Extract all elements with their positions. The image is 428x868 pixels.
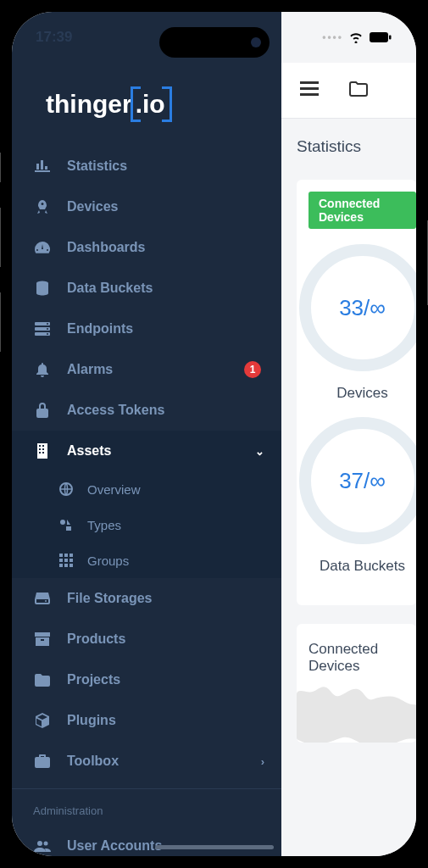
database-icon	[33, 279, 52, 298]
sidebar-item-dashboards[interactable]: Dashboards	[12, 227, 281, 268]
sidebar-item-label: User Accounts	[67, 838, 162, 854]
sidebar-item-label: Dashboards	[67, 240, 145, 255]
sidebar-subitem-overview[interactable]: Overview	[12, 471, 281, 507]
status-time: 17:39	[36, 29, 72, 46]
sidebar-item-access-tokens[interactable]: Access Tokens	[12, 390, 281, 431]
svg-rect-16	[59, 554, 63, 557]
sidebar-subitem-types[interactable]: Types	[12, 507, 281, 542]
sidebar-item-assets[interactable]: Assets ⌄	[12, 431, 281, 471]
phone-frame: 17:39 •••• thinger.io Statistics	[0, 0, 428, 868]
svg-point-10	[47, 323, 48, 325]
building-icon	[33, 442, 52, 460]
chevron-right-icon: ›	[261, 755, 264, 768]
sidebar-item-label: Data Buckets	[67, 281, 153, 296]
rocket-icon	[33, 198, 52, 216]
gauge-value: 37/∞	[339, 468, 386, 494]
hamburger-menu-icon[interactable]	[300, 81, 319, 100]
chevron-down-icon: ⌄	[255, 445, 264, 458]
sidebar-item-plugins[interactable]: Plugins	[12, 700, 281, 741]
sidebar-item-label: File Storages	[67, 591, 152, 606]
svg-rect-15	[66, 526, 71, 531]
dynamic-island	[159, 27, 270, 58]
sidebar-item-devices[interactable]: Devices	[12, 186, 281, 227]
alarms-badge: 1	[244, 361, 261, 378]
sidebar-subitem-label: Overview	[87, 482, 141, 497]
svg-rect-0	[370, 32, 388, 42]
gauge-value: 33/∞	[339, 295, 386, 321]
svg-rect-19	[59, 559, 63, 562]
server-icon	[33, 320, 52, 338]
globe-icon	[58, 481, 74, 497]
gauge-label: Devices	[336, 385, 387, 402]
sidebar-item-toolbox[interactable]: Toolbox ›	[12, 741, 281, 782]
lock-icon	[33, 401, 52, 420]
sidebar-item-projects[interactable]: Projects	[12, 659, 281, 700]
gauge-devices: 33/∞ Devices	[308, 244, 416, 402]
cube-icon	[33, 711, 52, 730]
sidebar-item-label: Access Tokens	[67, 403, 164, 418]
sidebar-subitem-label: Groups	[87, 554, 129, 568]
svg-point-12	[47, 333, 48, 335]
sidebar-item-label: Plugins	[67, 713, 116, 728]
folder-icon	[33, 670, 52, 689]
sidebar-item-label: Statistics	[67, 159, 127, 174]
sidebar-subitem-groups[interactable]: Groups	[12, 542, 281, 578]
stats-card: Connected Devices 33/∞ Devices 37/∞ Data…	[297, 180, 416, 605]
gauge-label: Data Buckets	[320, 558, 405, 575]
sidebar-nav: Statistics Devices Dashboards Data Bucke…	[12, 146, 281, 856]
svg-rect-27	[300, 81, 319, 84]
world-map-icon	[297, 666, 416, 743]
svg-rect-1	[389, 36, 392, 40]
svg-rect-28	[300, 87, 319, 90]
svg-rect-4	[41, 160, 43, 170]
chart-bar-icon	[33, 157, 52, 175]
svg-rect-23	[64, 564, 68, 567]
sidebar-item-data-buckets[interactable]: Data Buckets	[12, 268, 281, 309]
sidebar-item-label: Alarms	[67, 362, 113, 377]
sidebar-item-file-storages[interactable]: File Storages	[12, 578, 281, 619]
battery-icon	[369, 31, 392, 43]
wifi-icon	[348, 31, 364, 43]
sidebar-item-statistics[interactable]: Statistics	[12, 146, 281, 186]
sidebar-item-products[interactable]: Products	[12, 619, 281, 659]
svg-rect-17	[64, 554, 68, 557]
logo[interactable]: thinger.io	[12, 88, 281, 146]
sidebar: thinger.io Statistics Devices Dashboards	[12, 12, 281, 856]
hdd-icon	[33, 589, 52, 608]
gauge-data-buckets: 37/∞ Data Buckets	[308, 417, 416, 575]
bell-icon	[33, 360, 52, 379]
home-indicator[interactable]	[155, 845, 274, 849]
briefcase-icon	[33, 752, 52, 771]
sidebar-item-label: Devices	[67, 199, 119, 214]
phone-volume-up	[0, 208, 1, 267]
sidebar-item-alarms[interactable]: Alarms 1	[12, 349, 281, 390]
sidebar-item-user-accounts[interactable]: User Accounts	[12, 826, 281, 856]
sidebar-item-endpoints[interactable]: Endpoints	[12, 309, 281, 349]
phone-volume-down	[0, 292, 1, 352]
sidebar-item-label: Toolbox	[67, 754, 119, 769]
svg-point-26	[44, 842, 48, 846]
page-title: Statistics	[281, 119, 416, 175]
shapes-icon	[58, 517, 74, 532]
svg-rect-21	[69, 559, 73, 562]
grid-icon	[58, 553, 74, 568]
svg-rect-5	[45, 166, 47, 170]
gauge-icon	[33, 238, 52, 257]
svg-rect-29	[300, 93, 319, 96]
sidebar-subitem-label: Types	[87, 518, 121, 532]
sidebar-item-label: Endpoints	[67, 321, 133, 337]
folder-outline-icon[interactable]	[349, 81, 368, 100]
svg-rect-22	[59, 564, 63, 567]
sidebar-item-label: Projects	[67, 672, 120, 687]
sidebar-item-label: Products	[67, 632, 125, 647]
header-bar	[281, 63, 416, 119]
connected-devices-card: Connected Devices	[297, 624, 416, 743]
svg-point-25	[37, 841, 42, 846]
gauge-circle: 33/∞	[299, 244, 417, 371]
box-icon	[33, 630, 52, 648]
svg-rect-2	[35, 170, 50, 172]
users-icon	[33, 837, 52, 855]
svg-rect-18	[69, 554, 73, 557]
cellular-dots-icon: ••••	[322, 31, 343, 43]
svg-rect-24	[69, 564, 73, 567]
